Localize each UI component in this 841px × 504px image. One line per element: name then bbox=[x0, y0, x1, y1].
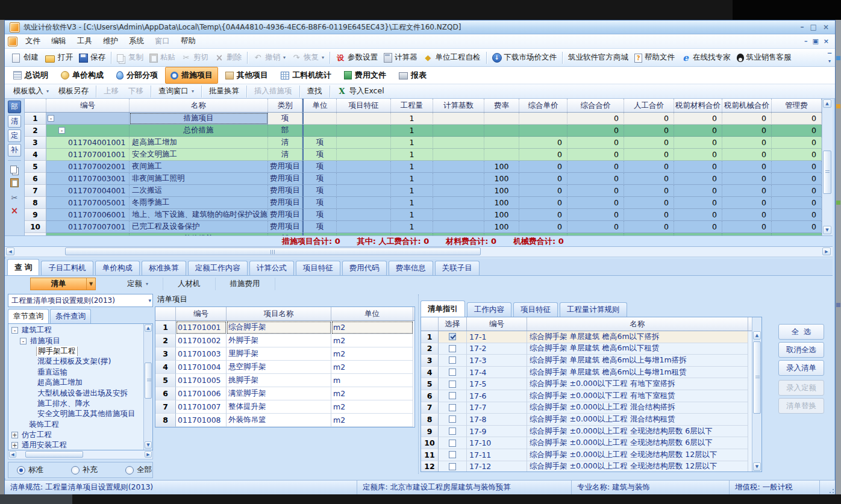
menu-item[interactable]: 工具 bbox=[72, 34, 98, 48]
button-1[interactable]: 全 选 bbox=[778, 324, 824, 340]
collapse-icon[interactable]: - bbox=[11, 327, 18, 334]
tree-item[interactable]: 混凝土模板及支架(撑) bbox=[8, 356, 152, 367]
column-header[interactable]: 编号 bbox=[46, 99, 130, 112]
source-button-措施费用[interactable]: 措施费用 bbox=[216, 278, 275, 290]
close-button[interactable]: × bbox=[823, 23, 829, 31]
list-item[interactable]: 1011701001综合脚手架m2 bbox=[155, 321, 414, 334]
list-item[interactable]: 5011701005挑脚手架m bbox=[155, 374, 414, 387]
scroll-down-icon[interactable]: ▼ bbox=[145, 441, 152, 449]
scroll-up-icon[interactable]: ▲ bbox=[145, 325, 152, 332]
column-header[interactable] bbox=[421, 317, 439, 331]
column-header[interactable]: 人工合价 bbox=[624, 99, 674, 112]
button-3[interactable]: 录入清单 bbox=[778, 360, 824, 376]
tree-item[interactable]: -建筑工程 bbox=[8, 325, 152, 335]
guide-tab-3[interactable]: 项目特征 bbox=[513, 302, 558, 317]
tree-horizontal-scrollbar[interactable]: ◀ ▶ bbox=[8, 450, 153, 459]
menu-item[interactable]: 窗口 bbox=[149, 34, 175, 48]
detail-tab-10[interactable]: 关联子目 bbox=[435, 261, 480, 275]
column-header[interactable]: 费率 bbox=[484, 99, 519, 112]
checkbox-icon[interactable] bbox=[449, 392, 456, 399]
action-button[interactable]: 导入Excel bbox=[333, 85, 389, 98]
column-header[interactable]: 综合合价 bbox=[567, 99, 624, 112]
checkbox-icon[interactable] bbox=[449, 404, 456, 411]
collapse-icon[interactable]: - bbox=[48, 115, 54, 122]
guide-tab-1[interactable]: 清单指引 bbox=[420, 300, 465, 317]
column-header[interactable]: 工程量 bbox=[391, 99, 433, 112]
column-header[interactable]: 名称 bbox=[527, 317, 748, 331]
minimize-button[interactable]: – bbox=[801, 23, 804, 31]
toolbar-button[interactable]: 粘贴 bbox=[146, 51, 178, 64]
action-button[interactable]: 批量换算 bbox=[204, 85, 244, 98]
scroll-down-icon[interactable]: ▼ bbox=[823, 226, 831, 234]
radio-icon[interactable] bbox=[71, 466, 80, 474]
list-item[interactable]: 3011701003里脚手架m2 bbox=[155, 347, 414, 361]
table-row[interactable]: 9011707006001地上、地下设施、建筑物的临时保护设施费用项目项1100… bbox=[25, 209, 822, 221]
column-header[interactable]: 选择 bbox=[439, 317, 467, 331]
radio-selected-icon[interactable] bbox=[17, 466, 25, 474]
toolbar-button[interactable]: 筑业软件官方商城 bbox=[565, 51, 631, 64]
list-item[interactable]: 2011701002外脚手架m2 bbox=[155, 334, 414, 347]
scrollbar-thumb[interactable] bbox=[145, 362, 152, 399]
detail-tab-9[interactable]: 费率信息 bbox=[389, 261, 433, 275]
table-row[interactable]: 6011707003001非夜间施工照明费用项目项1100000000 bbox=[25, 173, 822, 185]
tab-费用文件[interactable]: 费用文件 bbox=[339, 67, 392, 84]
guide-tab-2[interactable]: 工作内容 bbox=[467, 302, 511, 317]
guide-row[interactable]: 617-6综合脚手架 ±0.000以下工程 有地下室租赁 bbox=[421, 390, 761, 402]
source-button-清单[interactable]: 清单 bbox=[30, 278, 87, 290]
tree-item[interactable]: +通用安装工程 bbox=[8, 440, 152, 450]
detail-tab-6[interactable]: 计算公式 bbox=[249, 261, 294, 275]
tab-单价构成[interactable]: 单价构成 bbox=[55, 67, 109, 84]
filter-button-清[interactable]: 清 bbox=[8, 115, 21, 128]
filter-button-定[interactable]: 定 bbox=[8, 129, 21, 142]
scroll-down-icon[interactable]: ▼ bbox=[753, 462, 761, 471]
action-button[interactable]: 插入措施项 bbox=[249, 85, 297, 98]
tab-分部分项[interactable]: 分部分项 bbox=[111, 67, 163, 84]
scroll-left-icon[interactable]: ◀ bbox=[6, 247, 14, 255]
tree-item[interactable]: 大型机械设备进出场及安拆 bbox=[8, 388, 152, 398]
toolbar-button[interactable]: 打开 bbox=[42, 51, 76, 64]
grid-horizontal-scrollbar[interactable]: ◀ ▶ bbox=[5, 247, 833, 257]
expand-icon[interactable]: + bbox=[11, 432, 18, 438]
table-row[interactable]: 7011707004001二次搬运费用项目项1100000000 bbox=[25, 185, 822, 197]
tab-总说明[interactable]: 总说明 bbox=[8, 67, 54, 84]
detail-tab-5[interactable]: 定额工作内容 bbox=[188, 261, 248, 275]
action-button[interactable]: 上移 bbox=[99, 85, 123, 98]
guide-row[interactable]: 1017-10综合脚手架 ±0.000以上工程 全现浇结构层数 6层以下 bbox=[421, 437, 761, 449]
tree-item[interactable]: 施工排水、降水 bbox=[8, 399, 152, 409]
toolbar-button[interactable]: 参数设置 bbox=[333, 51, 381, 64]
guide-row[interactable]: 717-7综合脚手架 ±0.000以上工程 混合结构搭拆 bbox=[421, 402, 761, 414]
mdi-minimize-button[interactable]: – bbox=[804, 37, 808, 45]
button-2[interactable]: 取消全选 bbox=[778, 342, 824, 358]
scroll-right-icon[interactable]: ▶ bbox=[822, 247, 831, 255]
maximize-button[interactable]: □ bbox=[810, 23, 817, 31]
menu-item[interactable]: 帮助 bbox=[175, 34, 201, 48]
checkbox-icon[interactable] bbox=[449, 451, 456, 458]
table-row[interactable]: 10011707007001已完工程及设备保护费用项目项1100000000 bbox=[25, 221, 822, 233]
toolbar-button[interactable]: 删除 bbox=[211, 51, 245, 64]
detail-tab-7[interactable]: 项目特征 bbox=[296, 261, 340, 275]
column-header[interactable]: 计算基数 bbox=[433, 99, 484, 112]
radio-补充[interactable]: 补充 bbox=[71, 465, 98, 475]
column-header[interactable]: 综合单价 bbox=[519, 99, 567, 112]
radio-全部[interactable]: 全部 bbox=[125, 465, 152, 475]
menu-item[interactable]: 维护 bbox=[98, 34, 123, 48]
scrollbar-thumb[interactable] bbox=[65, 247, 481, 255]
toolbar-button[interactable]: 下载市场价文件 bbox=[489, 51, 560, 64]
checkbox-icon[interactable] bbox=[449, 415, 456, 423]
detail-tab-1[interactable]: 查 询 bbox=[7, 259, 39, 275]
scrollbar-thumb[interactable] bbox=[753, 341, 761, 414]
tree-item[interactable]: 超高施工增加 bbox=[8, 378, 152, 388]
detail-tab-8[interactable]: 费用代码 bbox=[342, 261, 387, 275]
guide-vertical-scrollbar[interactable]: ▲▼ bbox=[752, 317, 761, 471]
collapse-icon[interactable]: - bbox=[58, 127, 65, 134]
action-button[interactable]: 查询窗口▾ bbox=[154, 85, 199, 98]
detail-tab-3[interactable]: 单价构成 bbox=[95, 261, 140, 275]
resize-grip-icon[interactable] bbox=[827, 486, 835, 494]
tree-item[interactable]: 装饰工程 bbox=[8, 420, 152, 430]
scrollbar-thumb[interactable] bbox=[25, 451, 83, 458]
tree-item[interactable]: 安全文明施工及其他措施项目 bbox=[8, 409, 152, 419]
toolbar-button[interactable]: 创建 bbox=[8, 51, 42, 64]
guide-row[interactable]: 1117-11综合脚手架 ±0.000以上工程 全现浇结构层数 12层以下 bbox=[421, 449, 761, 461]
guide-row[interactable]: 517-5综合脚手架 ±0.000以下工程 有地下室搭拆 bbox=[421, 378, 761, 390]
table-row[interactable]: 3011704001001超高施工增加清项1000000 bbox=[25, 137, 822, 149]
